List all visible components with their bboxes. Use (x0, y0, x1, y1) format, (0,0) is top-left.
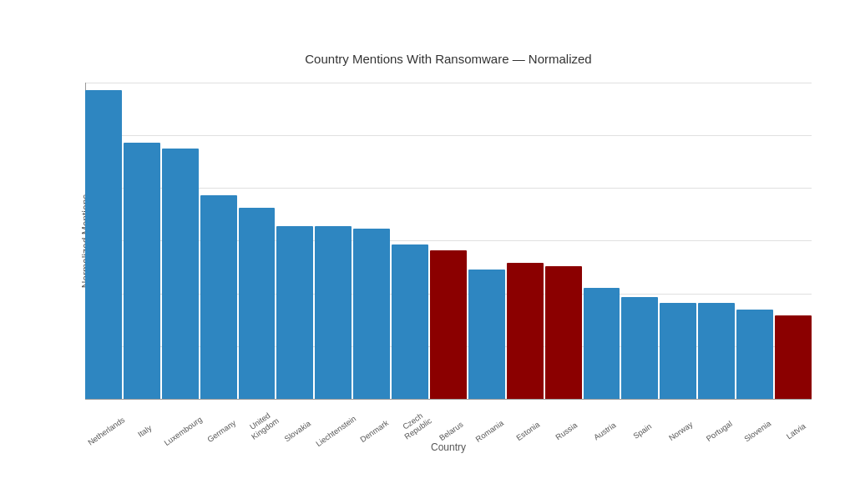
chart-container: Country Mentions With Ransomware — Norma… (27, 18, 828, 486)
bar-group: Slovenia (736, 83, 773, 399)
chart-area: Normalized Mentions NetherlandsItalyLuxe… (85, 83, 812, 400)
bar-group: Denmark (353, 83, 390, 399)
bar-denmark (353, 229, 390, 399)
bar-czech-republic (392, 244, 428, 399)
bar-germany (200, 195, 237, 399)
bar-slovenia (736, 310, 773, 399)
chart-title: Country Mentions With Ransomware — Norma… (85, 52, 812, 66)
bar-united-kingdom (239, 208, 276, 399)
bar-austria (584, 288, 620, 399)
bar-group: United Kingdom (239, 83, 276, 399)
bar-group: Czech Republic (392, 83, 428, 399)
bar-group: Spain (621, 83, 658, 399)
bar-group: Luxembourg (162, 83, 199, 399)
bar-russia (545, 266, 582, 399)
bar-group: Austria (584, 83, 620, 399)
bar-belarus (430, 250, 467, 399)
bar-group: Italy (124, 83, 160, 399)
bar-group: Liechtenstein (315, 83, 352, 399)
bar-portugal (698, 303, 735, 399)
bar-estonia (507, 263, 544, 399)
bar-group: Slovakia (276, 83, 313, 399)
bar-latvia (775, 315, 812, 399)
bars-wrapper: NetherlandsItalyLuxembourgGermanyUnited … (85, 83, 812, 400)
bar-group: Russia (545, 83, 582, 399)
bar-group: Romania (468, 83, 505, 399)
bar-norway (660, 303, 696, 399)
bar-liechtenstein (315, 226, 352, 399)
bar-group: Portugal (698, 83, 735, 399)
bar-luxembourg (162, 149, 199, 399)
bar-group: Estonia (507, 83, 544, 399)
bar-group: Netherlands (85, 83, 122, 399)
bar-romania (468, 270, 505, 399)
bar-italy (124, 143, 160, 399)
bar-netherlands (85, 90, 122, 399)
bar-group: Norway (660, 83, 696, 399)
bar-group: Latvia (775, 83, 812, 399)
bar-group: Belarus (430, 83, 467, 399)
bar-slovakia (276, 226, 313, 399)
bar-spain (621, 297, 658, 399)
bar-group: Germany (200, 83, 237, 399)
